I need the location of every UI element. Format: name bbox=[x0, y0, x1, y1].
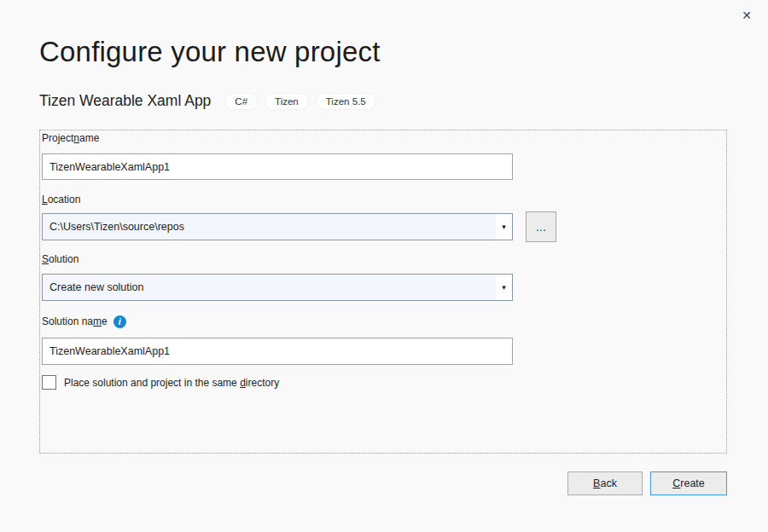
info-icon: i bbox=[113, 315, 126, 328]
solution-dropdown-button[interactable]: ▾ bbox=[496, 275, 512, 300]
solution-name-label: Solution namei bbox=[42, 315, 126, 328]
template-summary: Tizen Wearable Xaml App C# Tizen Tizen 5… bbox=[39, 92, 376, 110]
project-name-input[interactable] bbox=[42, 153, 513, 180]
tag-platform: Tizen bbox=[265, 93, 309, 110]
same-directory-checkbox[interactable] bbox=[42, 375, 56, 390]
close-button[interactable]: ✕ bbox=[736, 5, 758, 26]
ellipsis-icon: … bbox=[536, 221, 547, 234]
project-config-panel: Project name Location C:\Users\Tizen\sou… bbox=[39, 130, 727, 454]
close-icon: ✕ bbox=[742, 9, 752, 22]
back-button[interactable]: Back bbox=[567, 471, 643, 495]
solution-label: Solution bbox=[42, 252, 79, 266]
template-tags: C# Tizen Tizen 5.5 bbox=[224, 93, 375, 110]
solution-combobox[interactable]: Create new solution ▾ bbox=[42, 274, 513, 301]
location-label: Location bbox=[42, 193, 80, 206]
browse-location-button[interactable]: … bbox=[526, 211, 556, 242]
tag-language: C# bbox=[224, 93, 258, 110]
location-value: C:\Users\Tizen\source\repos bbox=[43, 214, 496, 240]
template-name: Tizen Wearable Xaml App bbox=[39, 92, 211, 110]
create-button[interactable]: Create bbox=[650, 471, 727, 495]
solution-value: Create new solution bbox=[43, 275, 496, 300]
chevron-down-icon: ▾ bbox=[502, 284, 506, 292]
location-combobox[interactable]: C:\Users\Tizen\source\repos ▾ bbox=[42, 213, 513, 240]
same-directory-label: Place solution and project in the same d… bbox=[64, 377, 279, 389]
page-title: Configure your new project bbox=[39, 36, 381, 68]
location-dropdown-button[interactable]: ▾ bbox=[496, 214, 512, 240]
chevron-down-icon: ▾ bbox=[502, 223, 506, 231]
solution-name-input[interactable] bbox=[42, 338, 513, 365]
tag-platform-version: Tizen 5.5 bbox=[316, 93, 376, 110]
same-directory-row: Place solution and project in the same d… bbox=[42, 375, 279, 390]
project-name-label: Project name bbox=[42, 131, 99, 145]
